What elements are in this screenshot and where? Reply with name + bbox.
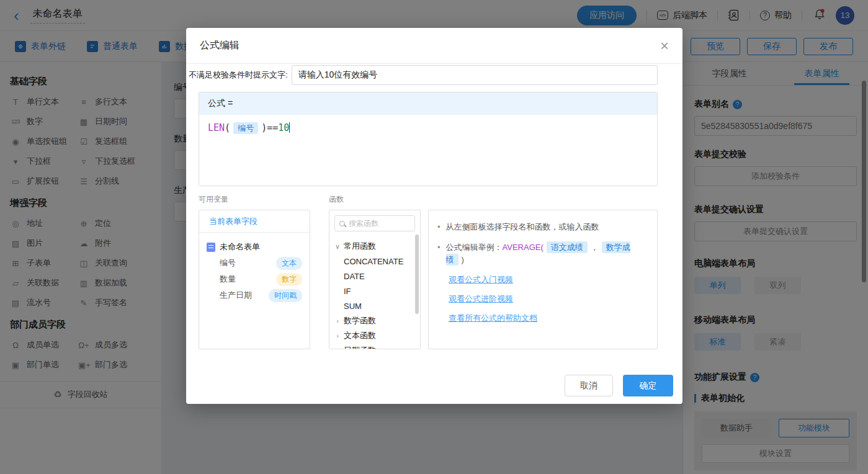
variable-name: 数量: [220, 274, 236, 285]
functions-tree: ∨ 常用函数 CONCATENATE DATE IF SUM › 数学函数 › …: [329, 236, 420, 349]
functions-panel: ∨ 常用函数 CONCATENATE DATE IF SUM › 数学函数 › …: [329, 210, 421, 349]
variable-name: 编号: [220, 257, 236, 269]
variables-form-node[interactable]: 未命名表单: [207, 239, 305, 255]
function-group-date[interactable]: › 日期函数: [334, 343, 420, 349]
formula-function-token: LEN: [208, 122, 225, 133]
variable-name: 生产日期: [220, 290, 252, 301]
dialog-header: 公式编辑 ×: [186, 28, 682, 64]
help-example: 公式编辑举例：AVERAGE(语文成绩，数学成绩): [446, 241, 648, 266]
variable-type-badge: 时间戳: [269, 289, 302, 302]
variables-form-name: 未命名表单: [220, 241, 260, 253]
cancel-button[interactable]: 取消: [565, 375, 613, 396]
function-item-sum[interactable]: SUM: [334, 298, 420, 313]
formula-edit-dialog: 公式编辑 × 不满足校验条件时提示文字: 公式 = LEN(编号)==10 可用…: [186, 28, 682, 404]
bullet-icon: •: [437, 241, 441, 266]
function-group-label: 文本函数: [344, 330, 376, 341]
dialog-title: 公式编辑: [200, 39, 239, 52]
link-formula-intro-video[interactable]: 观看公式入门视频: [449, 274, 648, 285]
formula-paren: (: [225, 122, 230, 133]
variables-panel-label: 可用变量: [199, 194, 228, 205]
validation-hint-input[interactable]: [292, 65, 658, 85]
function-search-input[interactable]: [349, 219, 410, 228]
help-example-chip: 语文成绩: [547, 241, 588, 253]
help-example-function: AVERAGE(: [503, 243, 544, 252]
chevron-right-icon: ›: [334, 317, 341, 324]
variables-tree: 未命名表单 编号 文本 数量 数字 生产日期 时间戳: [199, 233, 310, 303]
formula-paren: ): [261, 122, 267, 133]
variable-type-badge: 数字: [276, 273, 302, 286]
bullet-icon: •: [437, 221, 441, 233]
function-item-if[interactable]: IF: [334, 284, 420, 298]
help-example-suffix: ): [462, 255, 464, 264]
chevron-right-icon: ›: [334, 332, 341, 339]
help-text: 从左侧面板选择字段名和函数，或输入函数: [446, 221, 599, 233]
link-formula-help-docs[interactable]: 查看所有公式的帮助文档: [449, 313, 648, 324]
function-item-date[interactable]: DATE: [334, 269, 420, 284]
variables-panel: 当前表单字段 未命名表单 编号 文本 数量 数字 生产日期 时间戳: [199, 210, 310, 349]
formula-prefix: 公式 =: [199, 92, 657, 115]
function-search-box[interactable]: [334, 215, 415, 231]
formula-input-area[interactable]: LEN(编号)==10: [199, 115, 657, 186]
function-group-math[interactable]: › 数学函数: [334, 313, 420, 328]
help-example-prefix: 公式编辑举例：: [446, 243, 503, 252]
function-item-concatenate[interactable]: CONCATENATE: [334, 254, 420, 269]
form-doc-icon: [207, 243, 215, 252]
text-cursor: [289, 122, 290, 133]
functions-scrollbar[interactable]: [415, 235, 419, 314]
formula-help-panel: • 从左侧面板选择字段名和函数，或输入函数 • 公式编辑举例：AVERAGE(语…: [428, 210, 658, 349]
variable-row-number-id[interactable]: 编号 文本: [207, 255, 305, 271]
function-group-label: 日期函数: [344, 345, 376, 349]
help-bullet-1: • 从左侧面板选择字段名和函数，或输入函数: [437, 221, 648, 233]
help-bullet-2: • 公式编辑举例：AVERAGE(语文成绩，数学成绩): [437, 241, 648, 266]
variable-type-badge: 文本: [276, 257, 302, 270]
help-example-comma: ，: [591, 243, 599, 252]
tab-current-form-fields[interactable]: 当前表单字段: [199, 210, 310, 233]
formula-operator: ==: [267, 122, 278, 133]
functions-panel-label: 函数: [329, 194, 344, 205]
chevron-right-icon: ›: [334, 347, 341, 349]
variable-row-quantity[interactable]: 数量 数字: [207, 271, 305, 287]
variable-row-production-date[interactable]: 生产日期 时间戳: [207, 287, 305, 303]
chevron-down-icon: ∨: [334, 243, 341, 251]
function-group-text[interactable]: › 文本函数: [334, 328, 420, 343]
link-formula-advanced-video[interactable]: 观看公式进阶视频: [449, 293, 648, 305]
validation-hint-label: 不满足校验条件时提示文字:: [189, 69, 288, 81]
function-group-label: 常用函数: [344, 241, 376, 252]
formula-number-token: 10: [278, 122, 289, 133]
formula-field-chip[interactable]: 编号: [233, 122, 258, 134]
close-icon[interactable]: ×: [660, 38, 669, 53]
function-group-common[interactable]: ∨ 常用函数: [334, 239, 420, 254]
search-icon: [339, 221, 345, 226]
confirm-button[interactable]: 确定: [623, 375, 673, 396]
dialog-footer: 取消 确定: [565, 375, 673, 396]
function-group-label: 数学函数: [344, 315, 376, 326]
formula-editor: 公式 = LEN(编号)==10: [199, 92, 658, 186]
validation-hint-row: 不满足校验条件时提示文字:: [189, 65, 658, 85]
